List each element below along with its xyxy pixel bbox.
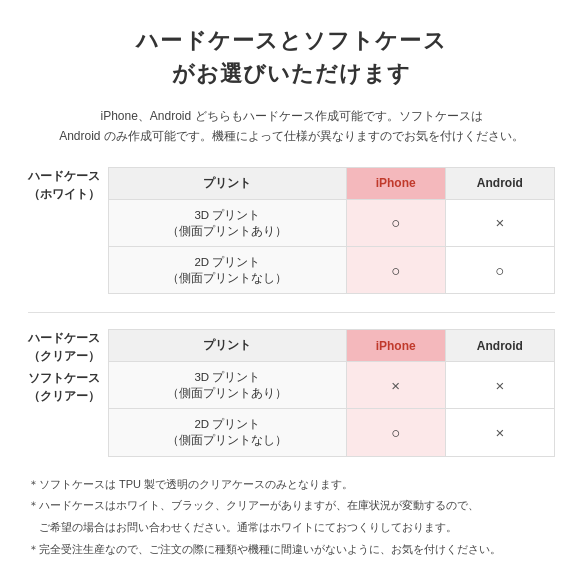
col-iphone-header-1: iPhone xyxy=(346,167,445,199)
divider xyxy=(28,312,555,313)
row1-android: × xyxy=(445,199,554,246)
row2-android: ○ xyxy=(445,246,554,293)
row4-android: × xyxy=(445,409,554,456)
row3-iphone: × xyxy=(346,362,445,409)
section2-row-header: ハードケース （クリアー） ソフトケース （クリアー） xyxy=(28,329,108,405)
row1-label: 3D プリント（側面プリントあり） xyxy=(109,199,347,246)
page-title: ハードケースとソフトケース がお選びいただけます xyxy=(28,24,555,90)
section1-row-header: ハードケース （ホワイト） xyxy=(28,167,108,203)
note-1: ＊ソフトケースは TPU 製で透明のクリアケースのみとなります。 xyxy=(28,475,555,495)
table-row: 2D プリント（側面プリントなし） ○ × xyxy=(109,409,555,456)
row1-iphone: ○ xyxy=(346,199,445,246)
section-clear: ハードケース （クリアー） ソフトケース （クリアー） プリント iPhone … xyxy=(28,329,555,456)
page-container: ハードケースとソフトケース がお選びいただけます iPhone、Android … xyxy=(28,24,555,560)
section-hard-white: ハードケース （ホワイト） プリント iPhone Android 3D プリン… xyxy=(28,167,555,294)
description-text: iPhone、Android どちらもハードケース作成可能です。ソフトケースは … xyxy=(28,106,555,147)
col-iphone-header-2: iPhone xyxy=(346,330,445,362)
col-print-header-2: プリント xyxy=(109,330,347,362)
col-android-header-2: Android xyxy=(445,330,554,362)
row3-label: 3D プリント（側面プリントあり） xyxy=(109,362,347,409)
section2-table: プリント iPhone Android 3D プリント（側面プリントあり） × … xyxy=(108,329,555,456)
row4-iphone: ○ xyxy=(346,409,445,456)
row2-label: 2D プリント（側面プリントなし） xyxy=(109,246,347,293)
table-row: 2D プリント（側面プリントなし） ○ ○ xyxy=(109,246,555,293)
note-3: ご希望の場合はお問い合わせください。通常はホワイトにておつくりしております。 xyxy=(28,518,555,538)
table-row: 3D プリント（側面プリントあり） ○ × xyxy=(109,199,555,246)
table-row: 3D プリント（側面プリントあり） × × xyxy=(109,362,555,409)
note-4: ＊完全受注生産なので、ご注文の際に種類や機種に間違いがないように、お気を付けくだ… xyxy=(28,540,555,560)
section1-table: プリント iPhone Android 3D プリント（側面プリントあり） ○ … xyxy=(108,167,555,294)
col-print-header: プリント xyxy=(109,167,347,199)
note-2: ＊ハードケースはホワイト、ブラック、クリアーがありますが、在庫状況が変動するので… xyxy=(28,496,555,516)
row4-label: 2D プリント（側面プリントなし） xyxy=(109,409,347,456)
row2-iphone: ○ xyxy=(346,246,445,293)
section1-table-wrapper: ハードケース （ホワイト） プリント iPhone Android 3D プリン… xyxy=(28,167,555,294)
row3-android: × xyxy=(445,362,554,409)
notes-section: ＊ソフトケースは TPU 製で透明のクリアケースのみとなります。 ＊ハードケース… xyxy=(28,475,555,560)
section2-table-wrapper: ハードケース （クリアー） ソフトケース （クリアー） プリント iPhone … xyxy=(28,329,555,456)
col-android-header-1: Android xyxy=(445,167,554,199)
